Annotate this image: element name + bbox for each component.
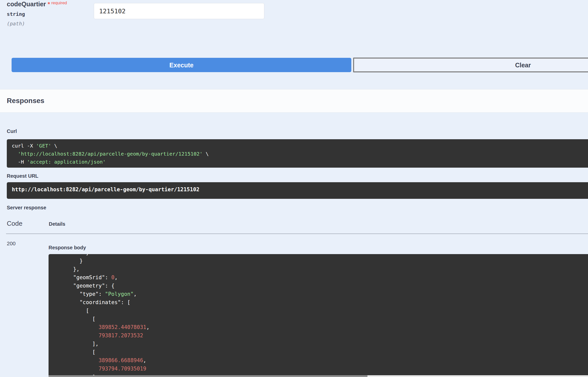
server-response-label: Server response <box>7 205 46 211</box>
request-url-value-block: http://localhost:8282/api/parcelle-geom/… <box>7 182 588 199</box>
response-body-label: Response body <box>49 245 86 251</box>
responses-header-band: Responses <box>0 89 588 113</box>
response-body-horizontal-scrollbar[interactable] <box>49 375 588 377</box>
code-line: 389852.44078031, <box>54 323 588 332</box>
curl-label: Curl <box>7 128 17 134</box>
responses-title: Responses <box>7 97 44 105</box>
code-line: [ <box>54 348 588 356</box>
response-body-json: } } }, "geomSrid": 0, "geometry": { "typ… <box>54 254 588 375</box>
code-line: -H 'accept: application/json' <box>12 158 583 166</box>
required-label: required <box>51 1 67 5</box>
code-line: [ <box>54 307 588 315</box>
code-line: } <box>54 257 588 265</box>
code-line: [ <box>54 315 588 323</box>
code-line: 'http://localhost:8282/api/parcelle-geom… <box>12 150 583 158</box>
code-line: "geometry": { <box>54 282 588 290</box>
code-line: "geomSrid": 0, <box>54 273 588 282</box>
codeQuartier-input[interactable] <box>94 3 264 19</box>
code-line: ], <box>54 373 588 375</box>
parameter-location: (path) <box>7 21 25 27</box>
code-line: ], <box>54 340 588 348</box>
response-table-divider <box>6 233 588 234</box>
response-body-block: } } }, "geomSrid": 0, "geometry": { "typ… <box>49 254 588 375</box>
request-url-label: Request URL <box>7 173 38 179</box>
code-column-header: Code <box>7 220 22 227</box>
parameter-name-text: codeQuartier <box>7 1 46 8</box>
scrollbar-thumb[interactable] <box>49 375 367 377</box>
curl-command-block: curl -X 'GET' \ 'http://localhost:8282/a… <box>7 139 588 168</box>
code-line: }, <box>54 265 588 273</box>
code-line: "type": "Polygon", <box>54 290 588 298</box>
code-line: "coordinates": [ <box>54 298 588 307</box>
required-asterisk: * <box>48 1 50 8</box>
code-line: 793794.70935019 <box>54 365 588 373</box>
parameter-name: codeQuartier*required <box>7 1 67 8</box>
code-line: curl -X 'GET' \ <box>12 142 583 150</box>
parameter-type: string <box>7 11 25 17</box>
execute-button[interactable]: Execute <box>12 58 351 72</box>
details-column-header: Details <box>49 221 65 227</box>
code-line: 793817.2073532 <box>54 332 588 340</box>
clear-button[interactable]: Clear <box>353 58 588 72</box>
code-line: } <box>54 254 588 257</box>
code-line: 389866.6688946, <box>54 356 588 365</box>
status-code-200: 200 <box>7 241 16 247</box>
swagger-try-it-out-panel: codeQuartier*required string (path) Exec… <box>0 0 588 377</box>
